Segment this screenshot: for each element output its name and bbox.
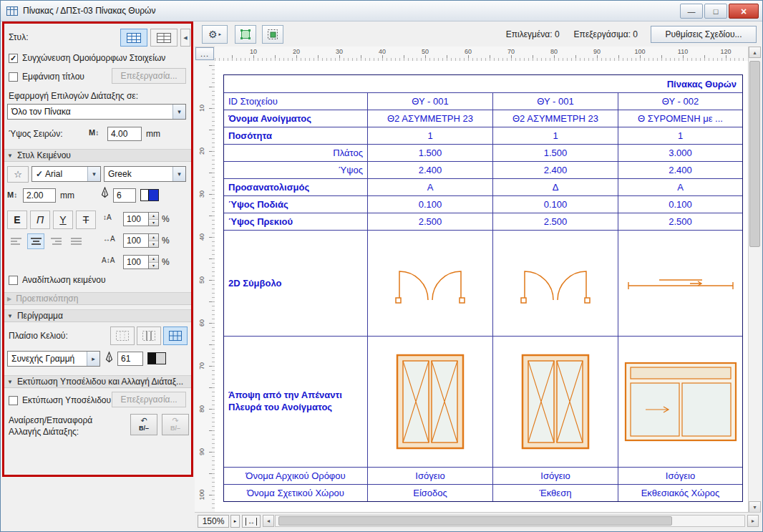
schedule-canvas[interactable]: Πίνακας Θυρών ID Στοιχείου ΘΥ - 001 ΘΥ -… [215,61,749,513]
align-justify-button[interactable] [67,233,84,249]
stepper-arrows[interactable]: ▴▾ [148,233,159,248]
cell-value[interactable]: Α [618,179,742,195]
outline-pen-color-swatch[interactable] [147,352,166,364]
outline-pen-input[interactable]: 61 [117,352,143,366]
cell-value[interactable]: 1 [618,127,742,144]
scroll-left-button[interactable]: ◂ [263,515,274,527]
section-outline[interactable]: ▼ Περίγραμμα [3,309,192,322]
section-text-style[interactable]: ▼ Στυλ Κειμένου [3,149,192,162]
style-grid-view-button[interactable] [120,29,147,47]
elevation-cell[interactable] [618,337,742,467]
cell-value[interactable]: 1 [492,127,618,144]
font-family-dropdown[interactable]: ✓Arial ▾ [31,166,101,182]
undo-layout-button[interactable]: ↶ B/– [130,414,157,435]
char-width-stepper[interactable]: 100 ▴▾ [123,233,159,248]
zoom-menu-button[interactable]: ▸ [230,515,240,528]
options-gear-button[interactable]: ⚙ ▸ [202,25,228,44]
cell-value[interactable]: Α [367,179,492,195]
underline-button[interactable]: Y [53,211,73,229]
show-title-row: Εμφάνιση τίτλου [9,72,84,82]
cell-value[interactable]: 2.500 [492,213,618,230]
marquee-button[interactable] [262,25,283,44]
favorites-star-button[interactable]: ☆ [7,166,29,183]
cell-value[interactable]: Ισόγειο [367,468,492,484]
title-edit-button[interactable]: Επεξεργασία... [112,68,186,84]
cell-value[interactable]: Θ ΣΥΡΟΜΕΝΗ με ... [618,110,742,127]
cell-value[interactable]: Θ2 ΑΣΥΜΜΕΤΡΗ 23 [492,110,618,127]
cell-value[interactable]: ΘΥ - 002 [618,93,742,110]
wrap-text-checkbox[interactable] [9,276,18,285]
cell-value[interactable]: 1 [367,127,492,144]
section-footer-print[interactable]: ▼ Εκτύπωση Υποσέλιδου και Αλλαγή Διάταξ.… [3,375,192,388]
font-script-dropdown[interactable]: Greek ▾ [104,166,186,182]
collapse-panel-button[interactable]: ◀ [180,29,190,47]
merge-uniform-checkbox[interactable]: ✓ [9,54,18,63]
symbol-cell[interactable] [492,231,618,336]
cell-value[interactable]: 0.100 [492,196,618,213]
bold-button[interactable]: E [7,211,27,229]
scroll-down-button[interactable]: ▾ [749,501,761,513]
cell-value[interactable]: 0.100 [367,196,492,213]
ruler-origin-button[interactable]: ... [195,47,214,60]
show-title-checkbox[interactable] [9,72,18,82]
horizontal-scroll-thumb[interactable] [278,516,672,526]
vertical-scroll-thumb[interactable] [749,61,760,247]
cell-value[interactable]: Έκθεση [492,485,618,501]
elevation-cell[interactable] [492,337,618,467]
stepper-arrows[interactable]: ▴▾ [148,212,159,226]
cell-value[interactable]: 3.000 [618,145,742,161]
cell-value[interactable]: 1.500 [367,145,492,161]
text-pen-color-swatch[interactable] [140,189,159,201]
select-area-button[interactable] [235,25,256,44]
align-center-button[interactable] [27,233,44,249]
cell-value[interactable]: Είσοδος [367,485,492,501]
section-preview[interactable]: ▶ Προεπισκόπηση [3,292,192,305]
align-right-button[interactable] [47,233,64,249]
maximize-button[interactable]: □ [704,4,727,19]
fit-to-window-button[interactable]: ↔ [242,515,261,528]
cell-value[interactable]: 2.500 [618,213,742,230]
line-type-dropdown[interactable]: Συνεχής Γραμμή ▸ [7,351,100,367]
drawing-settings-button[interactable]: Ρυθμίσεις Σχεδίου... [651,26,757,43]
elevation-cell[interactable] [367,337,492,467]
horizontal-scrollbar[interactable] [275,515,745,527]
redo-layout-button[interactable]: ↷ B/– [162,414,189,435]
symbol-cell[interactable] [618,231,742,336]
cell-value[interactable]: 2.400 [367,162,492,178]
cell-value[interactable]: 2.400 [492,162,618,178]
cell-frame-vertical-button[interactable] [137,327,161,345]
close-button[interactable]: × [729,4,759,19]
strikethrough-button[interactable]: T [76,211,96,229]
scroll-right-button[interactable]: ▸ [747,515,759,527]
italic-button[interactable]: Π [30,211,50,229]
symbol-cell[interactable] [367,231,492,336]
footer-edit-button[interactable]: Επεξεργασία... [112,392,186,407]
stepper-arrows[interactable]: ▴▾ [148,255,159,269]
font-size-input[interactable]: 2.00 [23,188,56,203]
cell-value[interactable]: Ισόγειο [492,468,618,484]
line-spacing-stepper[interactable]: 100 ▴▾ [123,212,159,226]
cell-value[interactable]: 0.100 [618,196,742,213]
cell-frame-none-button[interactable] [110,327,135,345]
scroll-up-button[interactable]: ▴ [749,47,761,58]
cell-value[interactable]: Ισόγειο [618,468,742,484]
align-left-button[interactable] [7,233,24,249]
vertical-scrollbar[interactable]: ▴ ▾ [748,47,761,513]
cell-value[interactable]: 2.500 [367,213,492,230]
cell-frame-all-button[interactable] [163,327,188,345]
cell-value[interactable]: Θ2 ΑΣΥΜΜΕΤΡΗ 23 [367,110,492,127]
cell-value[interactable]: ΘΥ - 001 [367,93,492,110]
cell-value[interactable]: 1.500 [492,145,618,161]
minimize-button[interactable]: — [680,4,703,19]
cell-value[interactable]: Εκθεσιακός Χώρος [618,485,742,501]
char-spacing-stepper[interactable]: 100 ▴▾ [123,255,159,269]
apply-layout-dropdown[interactable]: Όλο τον Πίνακα ▾ [7,104,186,120]
style-list-view-button[interactable] [150,29,178,47]
cell-value[interactable]: ΘΥ - 001 [492,93,618,110]
zoom-level-button[interactable]: 150% [198,515,229,528]
cell-value[interactable]: 2.400 [618,162,742,178]
row-height-input[interactable]: 4.00 [107,127,142,141]
print-footer-checkbox[interactable] [9,396,18,405]
cell-value[interactable]: Δ [492,179,618,195]
text-pen-input[interactable]: 6 [113,188,136,203]
